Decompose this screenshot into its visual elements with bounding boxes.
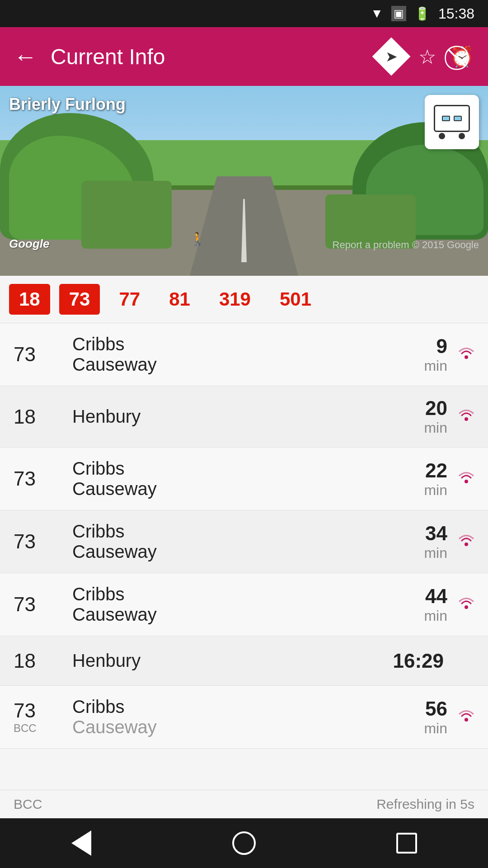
table-row: 18 Henbury 16:29 [0,636,488,686]
route-tab-18[interactable]: 18 [9,284,50,315]
alarm-off-icon[interactable]: ⏰ ⃠ [450,45,474,68]
bus-icon-overlay [425,95,479,149]
route-tab-81[interactable]: 81 [159,284,200,315]
arrival-time: 44min [424,585,447,624]
status-bar: ▼ ▣ 🔋 15:38 [0,0,488,27]
stop-name-label: Brierly Furlong [9,95,126,114]
arrival-time: 9min [424,335,447,374]
page-title: Current Info [51,44,364,69]
route-number: 73 [14,530,63,553]
route-tab-73[interactable]: 73 [59,284,100,315]
route-tabs: 18 73 77 81 319 501 [0,276,488,323]
destination-label: CribbsCauseway [63,584,424,625]
arrival-time: 20min [424,397,447,436]
realtime-signal-icon [458,406,474,427]
destination-label: Henbury [63,651,393,671]
route-number: 73 [14,593,63,616]
svg-point-0 [465,355,468,359]
realtime-signal-icon [458,344,474,365]
table-row: 18 Henbury 20min [0,386,488,448]
app-bar: ← Current Info ➤ ☆ ⏰ ⃠ [0,27,488,86]
recents-nav-button[interactable] [389,825,425,861]
route-tab-77[interactable]: 77 [109,284,150,315]
recents-square-icon [396,833,417,854]
arrivals-list: 73 CribbsCauseway 9min 18 Henbury 20min … [0,323,488,790]
table-row: 73 CribbsCauseway 44min [0,573,488,636]
route-number: 18 [14,406,63,428]
route-number: 73BCC [14,699,63,735]
arrival-time: 34min [424,522,447,561]
table-row: 73 CribbsCauseway 22min [0,448,488,510]
destination-label: CribbsCauseway [63,697,424,737]
arrival-time: 16:29 [393,650,444,672]
wifi-icon: ▼ [371,6,383,21]
realtime-signal-icon [458,532,474,552]
destination-label: CribbsCauseway [63,334,424,375]
report-problem-text: Report a problem © 2015 Google [333,239,479,251]
route-number: 73 [14,343,63,366]
realtime-signal-icon [458,594,474,615]
back-nav-button[interactable] [63,825,99,861]
back-triangle-icon [71,830,91,856]
route-number: 18 [14,650,63,672]
refresh-status: Refreshing in 5s [376,797,474,812]
pedestrian-icon: 🚶 [190,231,206,246]
realtime-signal-icon [458,707,474,727]
status-time: 15:38 [438,5,474,22]
svg-point-5 [465,718,468,722]
favorite-icon[interactable]: ☆ [418,45,436,68]
svg-point-3 [465,542,468,546]
route-tab-319[interactable]: 319 [209,284,261,315]
bcc-label: BCC [14,797,42,812]
navigation-bar [0,818,488,868]
table-row: 73 CribbsCauseway 9min [0,323,488,386]
destination-label: CribbsCauseway [63,458,424,499]
destination-label: Henbury [63,406,424,427]
app-bar-actions: ➤ ☆ ⏰ ⃠ [378,43,474,70]
destination-label: CribbsCauseway [63,521,424,562]
battery-icon: 🔋 [414,6,430,21]
street-view: Brierly Furlong Google Report a problem … [0,86,488,276]
arrival-time: 56min [424,698,447,737]
navigate-icon[interactable]: ➤ [372,38,411,76]
bottom-info-bar: BCC Refreshing in 5s [0,790,488,818]
route-number: 73 [14,467,63,490]
home-circle-icon [232,831,256,855]
arrival-time: 22min [424,459,447,499]
svg-point-2 [465,480,468,483]
svg-point-1 [465,417,468,421]
route-tab-501[interactable]: 501 [270,284,321,315]
table-row: 73BCC CribbsCauseway 56min [0,686,488,749]
back-button[interactable]: ← [14,43,37,70]
table-row: 73 CribbsCauseway 34min [0,510,488,573]
sim-icon: ▣ [391,6,406,21]
realtime-signal-icon [458,469,474,489]
svg-point-4 [465,605,468,609]
home-nav-button[interactable] [226,825,262,861]
google-logo: Google [9,237,50,251]
